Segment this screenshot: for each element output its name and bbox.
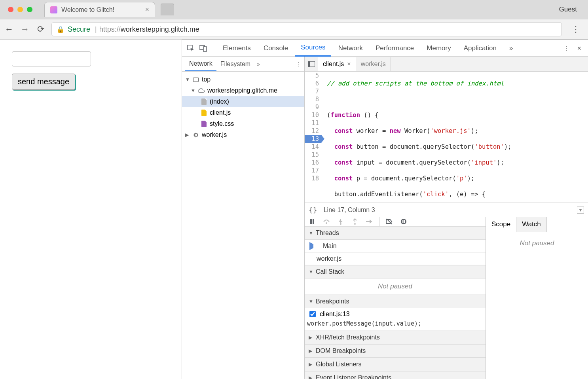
tab-memory[interactable]: Memory [421,40,456,56]
reload-button[interactable]: ⟳ [36,24,46,34]
editor-overflow-button[interactable]: ▾ [577,207,584,214]
inspect-element-icon[interactable] [185,43,196,54]
caret-down-icon: ▼ [309,230,313,236]
tab-console[interactable]: Console [258,40,294,56]
section-label: DOM Breakpoints [316,347,366,354]
step-out-button[interactable] [351,217,359,226]
caret-right-icon: ▶ [185,132,190,138]
tree-label: client.js [210,109,231,116]
tree-label: (index) [210,98,229,105]
tab-sources[interactable]: Sources [295,40,331,57]
file-tree: ▼ top ▼ workerstepping.glitch.me (index) [182,72,304,143]
pretty-print-button[interactable]: {} [309,206,317,214]
debugger-controls [305,217,486,226]
browser-chrome: Welcome to Glitch! × Guest ← → ⟳ 🔒 Secur… [0,0,588,40]
step-button[interactable] [365,217,374,226]
caret-down-icon: ▼ [191,88,195,93]
callstack-not-paused: Not paused [305,279,486,295]
maximize-window-button[interactable] [27,7,32,12]
debugger-right: Scope Watch Not paused [486,217,588,379]
tree-file-clientjs[interactable]: client.js [182,107,304,118]
navigator-tab-filesystem[interactable]: Filesystem [216,57,254,71]
tab-network[interactable]: Network [333,40,368,56]
editor-tab-clientjs[interactable]: client.js × [318,57,356,71]
js-file-icon [200,109,207,116]
thread-worker[interactable]: worker.js [305,253,486,265]
secure-label: Secure [68,25,90,34]
svg-rect-6 [313,219,314,224]
editor-status-bar: {} Line 17, Column 3 ▾ [305,203,588,217]
document-icon [200,98,207,105]
editor-tab-label: worker.js [361,61,386,68]
close-window-button[interactable] [8,7,13,12]
omnibox[interactable]: 🔒 Secure | https://workerstepping.glitch… [51,22,562,36]
new-tab-button[interactable] [161,4,174,15]
device-toolbar-icon[interactable] [198,43,209,54]
tree-file-index[interactable]: (index) [182,96,304,107]
forward-button[interactable]: → [20,24,30,34]
editor-tab-workerjs[interactable]: worker.js [356,57,391,71]
close-tab-button[interactable]: × [145,6,149,14]
sources-body: Network Filesystem » ⋮ ▼ top ▼ [182,57,588,379]
tree-file-stylecss[interactable]: style.css [182,118,304,129]
code-editor[interactable]: 56789101112131415161718 // add other scr… [305,72,588,203]
toggle-navigator-button[interactable] [305,57,318,71]
devtools-close-button[interactable]: ✕ [574,43,585,54]
navigator-menu-button[interactable]: ⋮ [296,61,301,67]
thread-main[interactable]: Main [305,240,486,253]
url-separator: | [95,25,97,34]
separator [213,44,213,53]
xhr-breakpoints-header[interactable]: ▶XHR/fetch Breakpoints [305,331,486,344]
webpage-viewport: send message [0,40,182,379]
pause-on-exceptions-button[interactable] [399,217,408,226]
tree-label: workerstepping.glitch.me [207,87,277,94]
navigator-tabs-overflow[interactable]: » [257,61,260,67]
message-input[interactable] [12,51,91,66]
step-into-button[interactable] [336,217,345,226]
svg-point-11 [354,223,356,225]
tree-domain[interactable]: ▼ workerstepping.glitch.me [182,85,304,96]
line-gutter[interactable]: 56789101112131415161718 [305,72,322,203]
threads-section-header[interactable]: ▼Threads [305,226,486,240]
back-button[interactable]: ← [4,24,14,34]
event-listener-breakpoints-header[interactable]: ▶Event Listener Breakpoints [305,371,486,379]
breakpoint-checkbox[interactable] [309,311,316,317]
caret-right-icon: ▶ [309,348,313,354]
breakpoints-section-header[interactable]: ▼Breakpoints [305,295,486,308]
browser-menu-button[interactable]: ⋮ [567,24,584,34]
tree-worker[interactable]: ▶ ⚙ worker.js [182,129,304,140]
browser-tab[interactable]: Welcome to Glitch! × [44,2,155,17]
send-message-button[interactable]: send message [12,74,75,90]
watch-tab[interactable]: Watch [516,217,547,232]
navigator-tab-network[interactable]: Network [185,57,216,71]
cursor-position: Line 17, Column 3 [324,207,375,214]
caret-right-icon: ▶ [309,362,313,367]
devtools-menu-button[interactable]: ⋮ [561,43,572,54]
callstack-section-header[interactable]: ▼Call Stack [305,265,486,279]
deactivate-breakpoints-button[interactable] [385,217,394,226]
separator [379,217,379,226]
tree-top[interactable]: ▼ top [182,74,304,85]
tab-bar: Welcome to Glitch! × Guest [0,0,588,19]
global-listeners-header[interactable]: ▶Global Listeners [305,358,486,371]
section-label: Global Listeners [316,361,362,368]
minimize-window-button[interactable] [17,7,23,12]
svg-rect-4 [308,61,310,67]
caret-right-icon: ▶ [309,335,313,340]
close-icon[interactable]: × [347,61,351,68]
profile-label[interactable]: Guest [559,6,585,13]
breakpoint-code: worker.postMessage(input.value); [305,318,486,331]
tabs-overflow-button[interactable]: » [504,40,518,56]
tab-performance[interactable]: Performance [370,40,419,56]
tab-application[interactable]: Application [458,40,502,56]
code-content[interactable]: // add other scripts at the bottom of in… [322,72,588,203]
svg-rect-2 [203,47,207,51]
scope-tab[interactable]: Scope [486,217,516,232]
pause-button[interactable] [308,217,317,226]
breakpoint-item[interactable]: client.js:13 [305,308,486,318]
step-over-button[interactable] [322,217,331,226]
dom-breakpoints-header[interactable]: ▶DOM Breakpoints [305,344,486,358]
tab-elements[interactable]: Elements [217,40,256,56]
debugger-panel: ▼Threads Main worker.js ▼Call Stack Not … [305,217,588,379]
section-label: Threads [316,229,339,237]
